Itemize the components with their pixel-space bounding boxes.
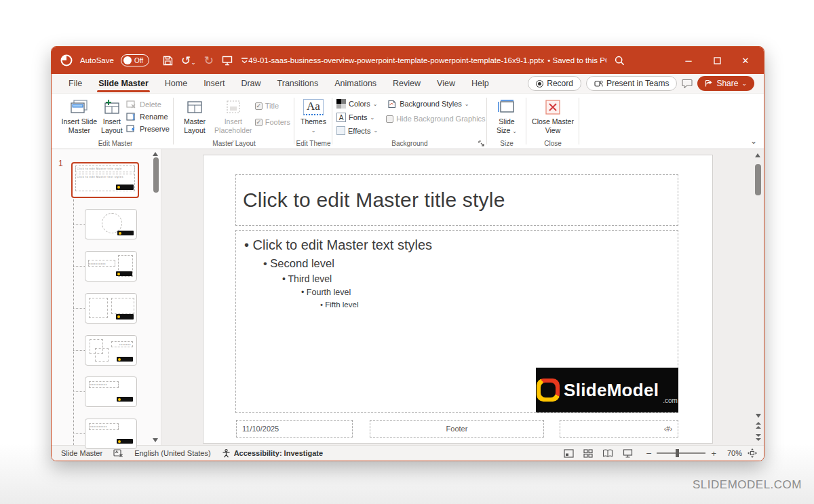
checkbox-checked-icon: ✓: [255, 102, 263, 110]
layout-thumbnail[interactable]: [85, 293, 137, 324]
tab-view[interactable]: View: [429, 75, 463, 92]
zoom-slider-thumb[interactable]: [676, 449, 679, 457]
slidemodel-logo-suffix: .com: [663, 397, 678, 404]
fit-slide-to-window-icon[interactable]: [748, 448, 757, 458]
powerpoint-window: AutoSave Off ↺⌄ ↻ 77149-01-saas-business…: [51, 46, 764, 461]
zoom-out-button[interactable]: −: [646, 448, 651, 459]
rename-label: Rename: [140, 113, 168, 121]
tab-home[interactable]: Home: [157, 75, 195, 92]
present-in-teams-button[interactable]: Present in Teams: [586, 76, 678, 91]
zoom-slider[interactable]: [657, 452, 705, 454]
previous-slide-button[interactable]: [755, 422, 762, 429]
slide-size-button[interactable]: Slide Size ⌄: [491, 96, 522, 135]
tab-transitions[interactable]: Transitions: [270, 75, 326, 92]
next-slide-button[interactable]: [755, 433, 762, 441]
preserve-button[interactable]: Preserve: [126, 124, 170, 134]
undo-icon[interactable]: ↺⌄: [181, 55, 196, 66]
themes-icon: Aa: [303, 98, 324, 116]
dialog-launcher-icon[interactable]: [478, 140, 484, 147]
powerpoint-app-icon[interactable]: [60, 54, 73, 67]
view-name[interactable]: Slide Master: [61, 449, 102, 457]
editor-scrollbar[interactable]: [754, 153, 762, 441]
insert-slide-master-button[interactable]: Insert Slide Master: [61, 96, 98, 135]
teams-icon: [594, 79, 603, 88]
footer-placeholder[interactable]: Footer: [370, 420, 544, 438]
document-filename[interactable]: 77149-01-saas-business-overview-powerpoi…: [248, 56, 544, 64]
scroll-up-arrow[interactable]: [153, 152, 158, 156]
comments-icon[interactable]: [682, 79, 693, 88]
insert-layout-button[interactable]: Insert Layout: [98, 96, 126, 135]
tab-review[interactable]: Review: [385, 75, 428, 92]
customize-quick-access-icon[interactable]: [241, 57, 248, 64]
reading-view-icon[interactable]: [602, 449, 613, 458]
scroll-up-arrow[interactable]: [755, 153, 760, 157]
slide-number-field: ‹#›: [664, 425, 672, 433]
tab-insert[interactable]: Insert: [196, 75, 232, 92]
tab-file[interactable]: File: [61, 75, 90, 92]
colors-button[interactable]: Colors ⌄: [336, 99, 378, 109]
saved-status[interactable]: • Saved to this PC: [547, 56, 606, 64]
footers-checkbox[interactable]: ✓ Footers: [255, 118, 290, 126]
slide-sorter-view-icon[interactable]: [583, 449, 593, 458]
slide-canvas[interactable]: Click to edit Master title style • Click…: [204, 155, 712, 443]
slide-number: 1: [58, 159, 63, 168]
slidemodel-logo[interactable]: SlideModel .com: [536, 368, 678, 412]
chevron-down-icon: ⌄: [370, 115, 375, 121]
scrollbar-thumb[interactable]: [153, 157, 159, 193]
save-icon[interactable]: [163, 56, 173, 66]
autosave-toggle[interactable]: Off: [121, 54, 149, 66]
accessibility-status[interactable]: Accessibility: Investigate: [234, 449, 323, 457]
title-placeholder[interactable]: Click to edit Master title style: [235, 174, 678, 226]
page-watermark: SLIDEMODEL.COM: [693, 478, 802, 492]
tab-animations[interactable]: Animations: [327, 75, 384, 92]
effects-button[interactable]: Effects ⌄: [336, 126, 378, 135]
close-master-view-button[interactable]: Close Master View: [530, 96, 575, 135]
zoom-level[interactable]: 70%: [722, 449, 742, 457]
chevron-down-icon: ⌄: [512, 128, 517, 134]
title-checkbox-label: Title: [265, 102, 279, 110]
collapse-ribbon-icon[interactable]: ⌄: [750, 136, 757, 146]
scroll-down-arrow[interactable]: [153, 438, 158, 442]
close-master-view-label: Close Master View: [530, 117, 575, 135]
text-level-5: • Fifth level: [320, 301, 678, 309]
start-slideshow-icon[interactable]: [222, 56, 233, 66]
delete-icon: [126, 100, 137, 109]
fonts-label: Fonts: [349, 113, 368, 121]
share-button[interactable]: Share ⌄: [697, 76, 754, 91]
spell-check-icon[interactable]: [113, 449, 123, 457]
slide-master-thumbnail[interactable]: Click to edit Master title style Click t…: [71, 162, 139, 198]
date-placeholder[interactable]: 11/10/2025: [236, 420, 353, 438]
slide-editor: Click to edit Master title style • Click…: [161, 149, 764, 445]
master-layout-button[interactable]: Master Layout: [178, 96, 212, 135]
layout-thumbnail[interactable]: xxxxxxx: [85, 335, 137, 366]
background-styles-button[interactable]: Background Styles ⌄: [386, 99, 485, 109]
record-button[interactable]: Record: [528, 76, 581, 91]
slideshow-view-icon[interactable]: [623, 449, 633, 458]
scrollbar-thumb[interactable]: [755, 164, 761, 195]
thumbnail-scrollbar[interactable]: [153, 152, 159, 442]
close-button[interactable]: ✕: [733, 50, 758, 71]
language-status[interactable]: English (United States): [134, 449, 211, 457]
layout-thumbnail[interactable]: xxxxxxxxxx: [85, 419, 137, 449]
slide-number-placeholder[interactable]: ‹#›: [560, 420, 678, 438]
rename-button[interactable]: Rename: [126, 112, 170, 121]
background-styles-icon: [386, 99, 397, 109]
maximize-button[interactable]: [704, 50, 730, 71]
tab-draw[interactable]: Draw: [233, 75, 268, 92]
fonts-button[interactable]: A Fonts ⌄: [336, 113, 378, 122]
layout-thumbnail[interactable]: xxxxxxxxxx: [85, 251, 137, 282]
normal-view-icon[interactable]: [564, 449, 574, 458]
insert-placeholder-button: Insert Placeholder ⌄: [212, 96, 255, 144]
themes-button[interactable]: Aa Themes ⌄: [298, 96, 328, 134]
tab-help[interactable]: Help: [464, 75, 497, 92]
layout-thumbnail[interactable]: xxxxxxxxxx: [85, 376, 137, 407]
zoom-in-button[interactable]: +: [711, 448, 716, 459]
layout-thumbnail[interactable]: [85, 209, 137, 239]
tab-slide-master[interactable]: Slide Master: [91, 75, 156, 92]
master-title-text: Click to edit Master title style: [243, 189, 505, 212]
hide-background-graphics-label: Hide Background Graphics: [396, 115, 485, 123]
search-icon[interactable]: [606, 50, 632, 71]
insert-slide-master-icon: [69, 98, 90, 116]
minimize-button[interactable]: ─: [676, 50, 701, 71]
scroll-down-arrow[interactable]: [756, 414, 761, 418]
